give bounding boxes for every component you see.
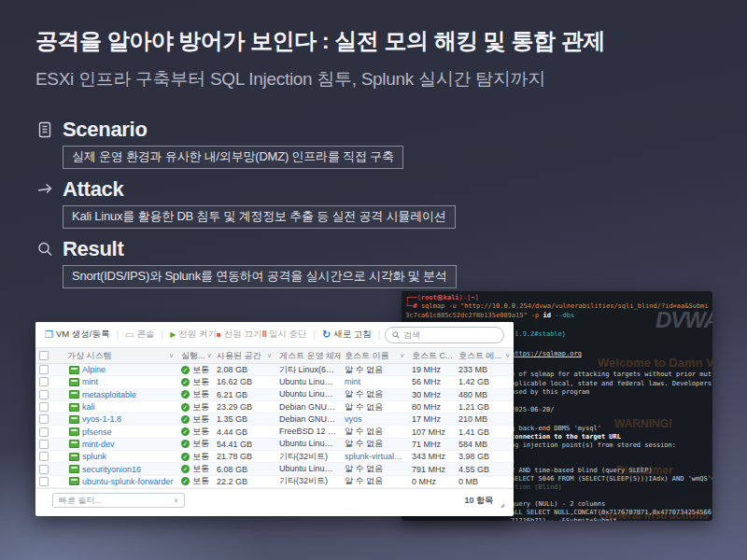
host-name-cell[interactable]: vyos (341, 414, 408, 424)
terminal-line: used by this program (511, 388, 712, 397)
row-checkbox-cell (35, 465, 63, 474)
status-ok-icon: ✓ (181, 427, 190, 436)
toolbar-vm-create-button[interactable]: ❐VM 생성/등록 (45, 329, 110, 341)
column-header-7[interactable]: 호스트 메...∨ (455, 350, 514, 362)
host-name-cell[interactable]: mint (341, 377, 408, 386)
section-heading: Attack (63, 177, 123, 202)
guest-os-cell: Ubuntu Linux(64비... (275, 376, 341, 388)
row-checkbox-cell (35, 402, 63, 412)
vm-status-cell: ✓보통 (177, 463, 213, 475)
resize-handle-icon[interactable]: ◢ (500, 501, 504, 508)
chevron-down-icon: ∨ (207, 352, 212, 359)
column-header-3[interactable]: 사용된 공간∨ (213, 350, 275, 362)
select-all-checkbox[interactable] (35, 351, 63, 360)
terminal-line: g back-end DBMS 'mysql' (511, 425, 712, 433)
toolbar-power-off-button[interactable]: ■전원 끄기 (217, 329, 261, 341)
column-header-label: 게스트 운영 체제 (279, 350, 341, 362)
vm-name-link[interactable]: splunk (82, 452, 106, 461)
toolbar-button-label: VM 생성/등록 (56, 329, 110, 341)
used-space-cell: 23.29 GB (213, 402, 275, 412)
vm-icon (69, 453, 79, 461)
vm-name-link[interactable]: Alpine (82, 365, 106, 374)
vm-name-link[interactable]: metasploitable (82, 390, 136, 399)
search-input[interactable]: 검색 (385, 327, 504, 343)
terminal-span: root㉿kali (421, 294, 459, 301)
quick-filter-label: 빠른 필터... (59, 495, 102, 507)
vm-table-row[interactable]: mint-dev✓보통54.41 GBUbuntu Linux(64비...알 … (35, 439, 514, 451)
column-header-label: 가상 시스템 (67, 350, 112, 362)
toolbar-refresh-button[interactable]: ↻새로 고침 (322, 329, 372, 341)
host-mem-cell: 3.98 GB (455, 452, 514, 461)
vm-name-link[interactable]: kali (82, 402, 95, 412)
status-ok-icon: ✓ (181, 477, 190, 485)
guest-os-cell: Ubuntu Linux(64비... (275, 463, 341, 475)
vm-status-label: 보통 (192, 426, 209, 438)
guest-os-cell: 기타(32비트) (275, 475, 341, 487)
column-header-6[interactable]: 호스트 C...∨ (408, 350, 455, 362)
toolbar-console-button[interactable]: ▭콘솔 (125, 329, 154, 341)
vm-name-link[interactable]: mint-dev (82, 440, 115, 449)
column-header-1[interactable]: 가상 시스템∨ (63, 350, 177, 362)
terminal-span: {1.9.2#stable} (511, 330, 566, 338)
vm-status-label: 보통 (192, 475, 209, 487)
terminal-line: 71716b71)-- -&Submit=Submit (511, 517, 712, 521)
guest-os-cell: 기타 Linux(64비트) (275, 364, 341, 376)
vm-table-row[interactable]: splunk✓보통21.78 GB기타(32비트)splunk-virtual-… (35, 451, 514, 463)
host-name-cell[interactable]: splunk-virtual-mac... (341, 452, 408, 461)
column-header-4[interactable]: 게스트 운영 체제∨ (275, 350, 341, 362)
terminal-line: 2025-06-20/ (511, 406, 712, 414)
row-checkbox[interactable] (39, 440, 49, 449)
toolbar-suspend-button[interactable]: Ⅱ일시 중단 (261, 329, 306, 341)
vm-status-cell: ✓보통 (177, 475, 213, 487)
terminal-span: connection to the target URL (511, 433, 621, 441)
vm-name-cell: ubuntu-splunk-forwarder (63, 477, 177, 486)
row-checkbox[interactable] (39, 390, 49, 399)
row-checkbox-cell (35, 440, 63, 449)
row-checkbox[interactable] (39, 477, 49, 486)
column-header-label: 호스트 이름 (345, 350, 389, 362)
vm-name-cell: securityonion16 (63, 465, 177, 474)
vm-table-row[interactable]: metasploitable✓보통6.21 GBUbuntu Linux(32비… (35, 389, 514, 401)
row-checkbox[interactable] (39, 465, 49, 474)
terminal-line: https://sqlmap.org (511, 350, 712, 358)
vm-icon (69, 477, 79, 485)
host-cpu-cell: 71 MHz (408, 440, 455, 449)
row-checkbox[interactable] (39, 414, 49, 424)
vm-status-cell: ✓보통 (177, 438, 213, 450)
vm-table-row[interactable]: Alpine✓보통2.08 GB기타 Linux(64비트)알 수 없음19 M… (35, 364, 514, 376)
vm-status-label: 보통 (192, 401, 209, 413)
row-checkbox-cell (35, 377, 63, 386)
terminal-span: https://sqlmap.org (511, 350, 582, 357)
toolbar-separator: | (162, 329, 164, 340)
terminal-span: id (543, 312, 556, 319)
vm-name-link[interactable]: pfsense (82, 427, 112, 437)
vm-status-label: 보통 (192, 463, 209, 475)
vm-table-row[interactable]: pfsense✓보통4.44 GBFreeBSD 12 이상 ...알 수 없음… (35, 426, 514, 438)
quick-filter-select[interactable]: 빠른 필터... ∨ (52, 493, 185, 508)
row-checkbox[interactable] (39, 377, 49, 386)
vm-name-link[interactable]: ubuntu-splunk-forwarder (82, 477, 174, 486)
toolbar-power-on-button[interactable]: ▶전원 켜기 (170, 329, 217, 341)
host-cpu-cell: 56 MHz (408, 377, 455, 386)
section-attack: Attack Kali Linux를 활용한 DB 침투 및 계정정보 추출 등… (35, 177, 710, 229)
column-header-5[interactable]: 호스트 이름∨ (341, 350, 408, 362)
row-checkbox[interactable] (39, 365, 49, 374)
suspend-icon: Ⅱ (261, 331, 265, 339)
vm-table-row[interactable]: vyos-1-1.8✓보통1.35 GBDebian GNU/Linux...v… (35, 413, 514, 426)
terminal-line: d (511, 458, 712, 467)
row-checkbox[interactable] (39, 427, 49, 437)
vm-name-link[interactable]: securityonion16 (82, 465, 141, 474)
toolbar-button-label: 전원 끄기 (224, 329, 262, 341)
vm-table-row[interactable]: ubuntu-splunk-forwarder✓보통22.2 GB기타(32비트… (35, 476, 514, 488)
host-name-cell: 알 수 없음 (341, 438, 408, 450)
host-mem-cell: 1.21 GB (455, 402, 514, 412)
vm-table-row[interactable]: mint✓보통16.62 GBUbuntu Linux(64비...mint56… (35, 376, 514, 388)
row-checkbox[interactable] (39, 402, 49, 412)
vm-name-link[interactable]: vyos-1-1.8 (82, 414, 121, 424)
row-checkbox[interactable] (39, 452, 49, 461)
column-header-2[interactable]: 실행...∨ (177, 350, 213, 362)
vm-table-row[interactable]: kali✓보통23.29 GBDebian GNU/Linux...알 수 없음… (35, 401, 514, 413)
vm-table-row[interactable]: securityonion16✓보통6.08 GBUbuntu Linux(64… (35, 463, 514, 475)
toolbar-button-label: 전원 켜기 (178, 329, 217, 341)
vm-name-link[interactable]: mint (82, 377, 98, 386)
